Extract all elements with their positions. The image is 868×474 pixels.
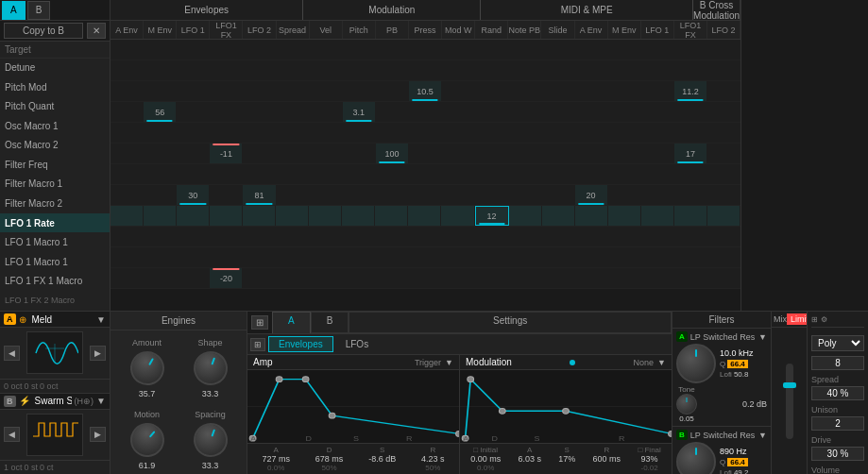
cell-om2-spread[interactable] xyxy=(277,123,310,143)
cell-lf1m-lfo1[interactable] xyxy=(177,268,210,288)
cell-lr-blfo2[interactable] xyxy=(707,206,740,226)
close-button[interactable]: ✕ xyxy=(87,23,106,39)
cell-detune-aenv[interactable] xyxy=(111,40,144,59)
cell-lm1a-pitch[interactable] xyxy=(343,227,376,246)
target-detune[interactable]: Detune xyxy=(0,59,110,78)
cell-pm-press[interactable] xyxy=(409,60,442,80)
cell-fm2-notepb[interactable] xyxy=(508,185,541,205)
cell-lf1m-modw[interactable] xyxy=(442,268,475,288)
cell-ff-rand[interactable] xyxy=(475,144,508,163)
cell-lr-aenv[interactable] xyxy=(111,206,144,226)
cell-detune-blfo2[interactable] xyxy=(707,40,740,59)
envelopes-tab[interactable]: Envelopes xyxy=(268,336,333,352)
cell-fm1-lfo1fx[interactable] xyxy=(210,164,243,184)
target-oscmacro2[interactable]: Osc Macro 2 xyxy=(0,136,110,156)
cell-fm1-blfo1[interactable] xyxy=(641,164,674,184)
cell-ff-blfo1[interactable] xyxy=(641,144,674,163)
cell-lm1a-spread[interactable] xyxy=(277,227,310,246)
cell-pq-spread[interactable] xyxy=(277,81,310,101)
cell-lm1a-pb[interactable] xyxy=(376,227,409,246)
cell-pq-pb[interactable] xyxy=(376,81,409,101)
cell-ff-blfo2[interactable] xyxy=(707,144,740,163)
cell-ff-aenv[interactable] xyxy=(111,144,144,163)
cell-pm-slide[interactable] xyxy=(541,60,574,80)
cell-fm1-notepb[interactable] xyxy=(508,164,541,184)
cell-lm1b-press[interactable] xyxy=(409,247,442,267)
filter-a-type[interactable]: LP Switched Res xyxy=(690,332,756,342)
cell-detune-blfo1fx[interactable] xyxy=(674,40,707,59)
cell-detune-modw[interactable] xyxy=(442,40,475,59)
none-dropdown[interactable]: ▼ xyxy=(657,358,666,367)
cell-om1-press[interactable] xyxy=(409,102,442,122)
cell-ff-modw[interactable] xyxy=(442,144,475,163)
cell-om1-bmenv[interactable] xyxy=(608,102,641,122)
cell-om2-baenv[interactable] xyxy=(575,123,608,143)
cell-pq-lfo2[interactable] xyxy=(243,81,276,101)
inst-a-next-button[interactable]: ▶ xyxy=(90,346,106,361)
tab-b[interactable]: B xyxy=(27,1,51,20)
cell-om2-rand[interactable] xyxy=(475,123,508,143)
cell-ff-lfo1[interactable] xyxy=(177,144,210,163)
cell-fm2-spread[interactable] xyxy=(277,185,310,205)
inst-a-dropdown[interactable]: ▼ xyxy=(96,314,106,325)
cell-om1-slide[interactable] xyxy=(541,102,574,122)
cell-lm1b-lfo2[interactable] xyxy=(243,247,276,267)
cell-lm1a-press[interactable] xyxy=(409,227,442,246)
cell-fm2-baenv[interactable]: 20 xyxy=(575,185,608,205)
cell-fm2-slide[interactable] xyxy=(541,185,574,205)
cell-ff-notepb[interactable] xyxy=(508,144,541,163)
cell-fm1-vel[interactable] xyxy=(310,164,343,184)
cell-detune-bmenv[interactable] xyxy=(608,40,641,59)
cell-pm-lfo1fx[interactable] xyxy=(210,60,243,80)
tab-a[interactable]: A xyxy=(2,1,26,20)
cell-om2-lfo2[interactable] xyxy=(243,123,276,143)
main-tab-b[interactable]: B xyxy=(311,312,349,333)
cell-detune-slide[interactable] xyxy=(541,40,574,59)
cell-pm-bmenv[interactable] xyxy=(608,60,641,80)
cell-pq-rand[interactable] xyxy=(475,81,508,101)
cell-lm1a-modw[interactable] xyxy=(442,227,475,246)
cell-fm2-menv[interactable] xyxy=(144,185,177,205)
inst-b-dropdown[interactable]: ▼ xyxy=(96,396,106,406)
cell-om1-rand[interactable] xyxy=(475,102,508,122)
cell-fm1-bmenv[interactable] xyxy=(608,164,641,184)
cell-fm2-press[interactable] xyxy=(409,185,442,205)
cell-pm-rand[interactable] xyxy=(475,60,508,80)
cell-lm1b-pb[interactable] xyxy=(376,247,409,267)
cell-lm1a-blfo2[interactable] xyxy=(707,227,740,246)
cell-fm2-lfo1[interactable]: 30 xyxy=(177,185,210,205)
cell-lf1m-press[interactable] xyxy=(409,268,442,288)
cell-fm2-bmenv[interactable] xyxy=(608,185,641,205)
cell-pq-menv[interactable] xyxy=(144,81,177,101)
env-settings-icon[interactable]: ⊞ xyxy=(251,315,268,330)
filter-a-dropdown[interactable]: ▼ xyxy=(758,332,767,342)
target-filtermacro1[interactable]: Filter Macro 1 xyxy=(0,175,110,195)
cell-fm2-lfo2[interactable]: 81 xyxy=(243,185,276,205)
cell-om2-lfo1fx[interactable] xyxy=(210,123,243,143)
cell-fm1-baenv[interactable] xyxy=(575,164,608,184)
cell-lr-bmenv[interactable] xyxy=(608,206,641,226)
cell-lm1b-modw[interactable] xyxy=(442,247,475,267)
cell-om2-pitch[interactable] xyxy=(343,123,376,143)
cell-pq-lfo1[interactable] xyxy=(177,81,210,101)
amount-knob[interactable] xyxy=(124,345,170,391)
cell-fm2-modw[interactable] xyxy=(442,185,475,205)
cell-fm1-menv[interactable] xyxy=(144,164,177,184)
cell-om1-blfo2[interactable] xyxy=(707,102,740,122)
copy-to-b-button[interactable]: Copy to B xyxy=(4,23,83,39)
inst-b-next-button[interactable]: ▶ xyxy=(90,427,106,442)
inst-a-prev-button[interactable]: ◀ xyxy=(4,346,20,361)
cell-lf1m-notepb[interactable] xyxy=(508,268,541,288)
cell-lf1m-lfo1fx[interactable]: -20 xyxy=(210,268,243,288)
cell-om2-lfo1[interactable] xyxy=(177,123,210,143)
cell-om1-pb[interactable] xyxy=(376,102,409,122)
cell-om2-aenv[interactable] xyxy=(111,123,144,143)
cell-om2-menv[interactable] xyxy=(144,123,177,143)
cell-lm1a-lfo2[interactable] xyxy=(243,227,276,246)
cell-om2-vel[interactable] xyxy=(310,123,343,143)
cell-lm1b-notepb[interactable] xyxy=(508,247,541,267)
cell-pm-blfo2[interactable] xyxy=(707,60,740,80)
cell-lm1b-spread[interactable] xyxy=(277,247,310,267)
cell-om2-blfo1fx[interactable] xyxy=(674,123,707,143)
cell-fm2-pb[interactable] xyxy=(376,185,409,205)
